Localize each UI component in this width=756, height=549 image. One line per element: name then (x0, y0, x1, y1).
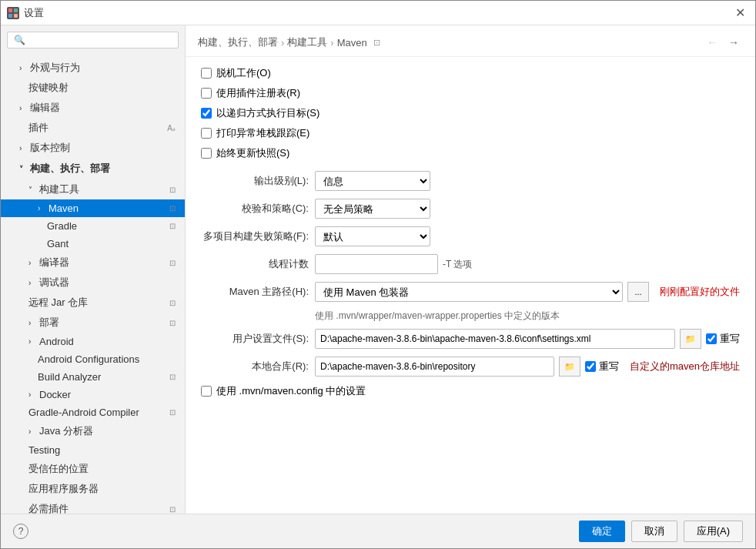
sidebar-label: 编译器 (39, 256, 69, 269)
thread-count-row: 线程计数 -T 选项 (201, 254, 740, 274)
deploy-badge: ⊡ (169, 319, 176, 327)
sidebar-item-maven[interactable]: › Maven ⊡ (1, 199, 185, 217)
sidebar-list: › 外观与行为 按键映射 › 编辑器 插件 Aₐ › 版本控制 (1, 55, 185, 514)
maven-hint: 使用 .mvn/wrapper/maven-wrapper.properties… (315, 310, 740, 323)
sidebar-item-app-servers[interactable]: 应用程序服务器 (1, 479, 185, 499)
svg-rect-0 (8, 8, 12, 12)
maven-home-inner: 使用 Maven 包装器 ... (315, 282, 649, 302)
maven-home-annotation: 刚刚配置好的文件 (660, 285, 740, 299)
user-settings-browse[interactable]: 📁 (680, 329, 701, 349)
sidebar-item-build-tools[interactable]: ˅ 构建工具 ⊡ (1, 179, 185, 199)
offline-checkbox[interactable] (201, 68, 212, 79)
sidebar-label: 调试器 (39, 276, 69, 290)
compiler-badge: ⊡ (169, 259, 176, 267)
local-repo-overwrite-label: 重写 (599, 360, 619, 373)
cancel-button[interactable]: 取消 (631, 521, 677, 542)
close-button[interactable]: ✕ (731, 4, 749, 22)
expand-icon: › (28, 279, 36, 287)
sidebar-item-java-analysis[interactable]: › Java 分析器 (1, 421, 185, 441)
sidebar-item-gant[interactable]: Gant (1, 235, 185, 253)
sidebar-item-keymap[interactable]: 按键映射 (1, 78, 185, 98)
apply-button[interactable]: 应用(A) (684, 521, 743, 542)
sidebar-item-editor[interactable]: › 编辑器 (1, 98, 185, 118)
maven-home-browse[interactable]: ... (627, 282, 649, 302)
expand-icon: › (28, 259, 36, 267)
forward-button[interactable]: → (724, 33, 743, 52)
sidebar-item-required-plugins[interactable]: 必需插件 ⊡ (1, 499, 185, 514)
ok-button[interactable]: 确定 (579, 521, 625, 542)
stacktrace-label: 打印异常堆栈跟踪(E) (216, 126, 309, 140)
jar-badge: ⊡ (169, 299, 176, 307)
update-snapshots-checkbox[interactable] (201, 148, 212, 159)
checkbox-recursive: 以递归方式执行目标(S) (201, 106, 740, 120)
output-level-control: 信息 调试 错误 (315, 171, 740, 191)
sidebar-item-testing[interactable]: Testing (1, 441, 185, 459)
plugin-registry-checkbox[interactable] (201, 88, 212, 99)
multiproject-policy-label: 多项目构建失败策略(F): (201, 229, 309, 243)
breadcrumb-part3: Maven (337, 37, 367, 49)
expand-icon: › (19, 64, 27, 72)
help-button[interactable]: ? (13, 524, 28, 539)
local-repo-row: 本地合库(R): 📁 重写 自定义的maven仓库地址 (201, 357, 740, 377)
sidebar-item-appearance[interactable]: › 外观与行为 (1, 58, 185, 78)
checksum-policy-select[interactable]: 无全局策略 警告 失败 (315, 199, 430, 219)
sidebar-item-gradle[interactable]: Gradle ⊡ (1, 217, 185, 235)
checkbox-mvn-config: 使用 .mvn/maven.config 中的设置 (201, 384, 740, 398)
svg-rect-3 (14, 14, 18, 18)
sidebar-label: Gradle-Android Compiler (28, 407, 139, 418)
sidebar-item-gradle-android[interactable]: Gradle-Android Compiler ⊡ (1, 403, 185, 421)
content-header: 构建、执行、部署 › 构建工具 › Maven ⊡ ← → (186, 25, 755, 57)
build-tools-badge: ⊡ (169, 186, 176, 194)
sidebar-item-trusted[interactable]: 受信任的位置 (1, 459, 185, 479)
local-repo-browse[interactable]: 📁 (559, 357, 580, 377)
sidebar-item-android-configs[interactable]: Android Configurations (1, 350, 185, 368)
sidebar-label: Build Analyzer (38, 371, 101, 383)
thread-count-input[interactable] (315, 254, 438, 274)
user-settings-overwrite-label: 重写 (720, 332, 740, 346)
sidebar-item-remote-jar[interactable]: 远程 Jar 仓库 ⊡ (1, 293, 185, 313)
dialog-body: 🔍 › 外观与行为 按键映射 › 编辑器 插件 Aₐ (1, 25, 755, 514)
user-settings-overwrite-checkbox[interactable] (706, 333, 717, 344)
multiproject-policy-select[interactable]: 默认 失败最快 永不失败 (315, 226, 430, 246)
sep1: › (281, 37, 284, 49)
checksum-policy-label: 校验和策略(C): (201, 202, 309, 216)
stacktrace-checkbox[interactable] (201, 128, 212, 139)
sidebar-label: 编辑器 (30, 101, 60, 115)
breadcrumb: 构建、执行、部署 › 构建工具 › Maven ⊡ (198, 35, 380, 49)
expand-icon: › (38, 204, 45, 213)
sidebar-item-plugins[interactable]: 插件 Aₐ (1, 118, 185, 138)
user-settings-input[interactable] (315, 329, 675, 349)
sidebar-item-vcs[interactable]: › 版本控制 (1, 138, 185, 158)
folder-icon: 📁 (564, 362, 575, 372)
app-icon (7, 7, 19, 19)
breadcrumb-part1: 构建、执行、部署 (198, 35, 278, 49)
sidebar-item-build-analyzer[interactable]: Build Analyzer ⊡ (1, 368, 185, 386)
back-button[interactable]: ← (703, 33, 721, 52)
sidebar-item-debugger[interactable]: › 调试器 (1, 273, 185, 293)
search-box[interactable]: 🔍 (7, 32, 179, 49)
sidebar-item-build-exec[interactable]: ˅ 构建、执行、部署 (1, 158, 185, 179)
sidebar-item-android[interactable]: › Android (1, 333, 185, 350)
expand-icon: › (28, 390, 36, 399)
recursive-checkbox[interactable] (201, 108, 212, 119)
checksum-policy-row: 校验和策略(C): 无全局策略 警告 失败 (201, 199, 740, 219)
sidebar-item-docker[interactable]: › Docker (1, 386, 185, 403)
user-settings-control: 📁 重写 (315, 329, 740, 349)
dialog-footer: ? 确定 取消 应用(A) (1, 514, 755, 548)
local-repo-input[interactable] (315, 357, 554, 377)
sidebar-item-compiler[interactable]: › 编译器 ⊡ (1, 253, 185, 273)
local-repo-overwrite-checkbox[interactable] (585, 361, 596, 372)
search-input[interactable] (28, 35, 172, 45)
analyzer-badge: ⊡ (169, 373, 176, 381)
settings-dialog: 设置 ✕ 🔍 › 外观与行为 按键映射 › 编辑器 (0, 0, 756, 549)
maven-home-label: Maven 主路径(H): (201, 285, 309, 299)
breadcrumb-part2: 构建工具 (287, 35, 327, 49)
sidebar-item-deploy[interactable]: › 部署 ⊡ (1, 313, 185, 333)
sidebar-label: Java 分析器 (39, 424, 93, 438)
maven-home-select[interactable]: 使用 Maven 包装器 (315, 282, 623, 302)
output-level-select[interactable]: 信息 调试 错误 (315, 171, 430, 191)
sidebar-label: Gradle (47, 220, 77, 232)
mvn-config-checkbox[interactable] (201, 386, 212, 397)
expand-icon: › (19, 144, 27, 152)
expand-icon: › (28, 337, 36, 346)
